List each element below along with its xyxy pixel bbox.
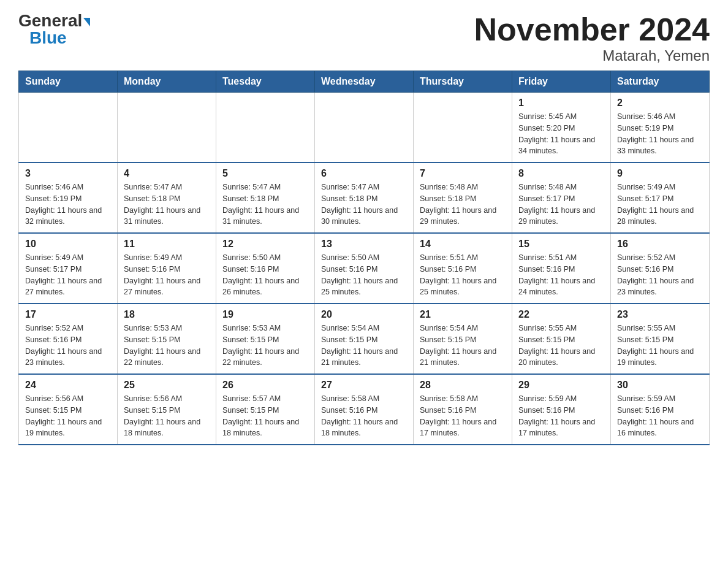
table-row: 2Sunrise: 5:46 AMSunset: 5:19 PMDaylight… bbox=[611, 93, 710, 163]
day-number: 7 bbox=[420, 168, 506, 179]
table-row: 15Sunrise: 5:51 AMSunset: 5:16 PMDayligh… bbox=[512, 233, 611, 304]
day-info: Sunrise: 5:45 AMSunset: 5:20 PMDaylight:… bbox=[518, 111, 604, 157]
day-info: Sunrise: 5:59 AMSunset: 5:16 PMDaylight:… bbox=[617, 393, 703, 439]
day-number: 1 bbox=[518, 98, 604, 109]
day-info: Sunrise: 5:46 AMSunset: 5:19 PMDaylight:… bbox=[617, 111, 703, 157]
header-monday: Monday bbox=[118, 71, 216, 93]
day-info: Sunrise: 5:50 AMSunset: 5:16 PMDaylight:… bbox=[321, 252, 407, 298]
table-row: 11Sunrise: 5:49 AMSunset: 5:16 PMDayligh… bbox=[118, 233, 216, 304]
table-row: 1Sunrise: 5:45 AMSunset: 5:20 PMDaylight… bbox=[512, 93, 611, 163]
table-row: 14Sunrise: 5:51 AMSunset: 5:16 PMDayligh… bbox=[414, 233, 512, 304]
table-row: 10Sunrise: 5:49 AMSunset: 5:17 PMDayligh… bbox=[19, 233, 118, 304]
day-info: Sunrise: 5:48 AMSunset: 5:18 PMDaylight:… bbox=[420, 182, 506, 228]
day-number: 14 bbox=[420, 239, 506, 250]
calendar-week-row: 1Sunrise: 5:45 AMSunset: 5:20 PMDaylight… bbox=[19, 93, 710, 163]
table-row bbox=[315, 93, 414, 163]
table-row bbox=[118, 93, 216, 163]
day-info: Sunrise: 5:56 AMSunset: 5:15 PMDaylight:… bbox=[124, 393, 210, 439]
day-number: 25 bbox=[124, 380, 210, 391]
page-header: General Blue November 2024 Matarah, Yeme… bbox=[18, 12, 710, 64]
day-info: Sunrise: 5:52 AMSunset: 5:16 PMDaylight:… bbox=[617, 252, 703, 298]
day-number: 26 bbox=[222, 380, 308, 391]
day-info: Sunrise: 5:53 AMSunset: 5:15 PMDaylight:… bbox=[222, 323, 308, 369]
day-number: 9 bbox=[617, 168, 703, 179]
calendar-title: November 2024 bbox=[474, 12, 710, 47]
day-info: Sunrise: 5:57 AMSunset: 5:15 PMDaylight:… bbox=[222, 393, 308, 439]
day-info: Sunrise: 5:47 AMSunset: 5:18 PMDaylight:… bbox=[321, 182, 407, 228]
calendar-week-row: 17Sunrise: 5:52 AMSunset: 5:16 PMDayligh… bbox=[19, 304, 710, 374]
day-number: 10 bbox=[25, 239, 111, 250]
table-row: 16Sunrise: 5:52 AMSunset: 5:16 PMDayligh… bbox=[611, 233, 710, 304]
table-row bbox=[216, 93, 315, 163]
table-row: 21Sunrise: 5:54 AMSunset: 5:15 PMDayligh… bbox=[414, 304, 512, 374]
day-info: Sunrise: 5:47 AMSunset: 5:18 PMDaylight:… bbox=[222, 182, 308, 228]
day-number: 3 bbox=[25, 168, 111, 179]
header-thursday: Thursday bbox=[414, 71, 512, 93]
logo: General Blue bbox=[18, 12, 90, 47]
day-number: 8 bbox=[518, 168, 604, 179]
header-saturday: Saturday bbox=[611, 71, 710, 93]
day-info: Sunrise: 5:56 AMSunset: 5:15 PMDaylight:… bbox=[25, 393, 111, 439]
day-info: Sunrise: 5:49 AMSunset: 5:17 PMDaylight:… bbox=[25, 252, 111, 298]
table-row bbox=[414, 93, 512, 163]
day-info: Sunrise: 5:47 AMSunset: 5:18 PMDaylight:… bbox=[124, 182, 210, 228]
table-row: 26Sunrise: 5:57 AMSunset: 5:15 PMDayligh… bbox=[216, 374, 315, 445]
day-info: Sunrise: 5:58 AMSunset: 5:16 PMDaylight:… bbox=[321, 393, 407, 439]
header-friday: Friday bbox=[512, 71, 611, 93]
day-number: 17 bbox=[25, 309, 111, 320]
day-info: Sunrise: 5:46 AMSunset: 5:19 PMDaylight:… bbox=[25, 182, 111, 228]
header-wednesday: Wednesday bbox=[315, 71, 414, 93]
day-number: 6 bbox=[321, 168, 407, 179]
day-info: Sunrise: 5:51 AMSunset: 5:16 PMDaylight:… bbox=[518, 252, 604, 298]
day-number: 19 bbox=[222, 309, 308, 320]
table-row: 23Sunrise: 5:55 AMSunset: 5:15 PMDayligh… bbox=[611, 304, 710, 374]
day-number: 28 bbox=[420, 380, 506, 391]
day-number: 29 bbox=[518, 380, 604, 391]
day-info: Sunrise: 5:53 AMSunset: 5:15 PMDaylight:… bbox=[124, 323, 210, 369]
table-row: 17Sunrise: 5:52 AMSunset: 5:16 PMDayligh… bbox=[19, 304, 118, 374]
calendar-table: Sunday Monday Tuesday Wednesday Thursday… bbox=[18, 71, 710, 445]
day-number: 16 bbox=[617, 239, 703, 250]
day-number: 20 bbox=[321, 309, 407, 320]
table-row bbox=[19, 93, 118, 163]
day-info: Sunrise: 5:55 AMSunset: 5:15 PMDaylight:… bbox=[617, 323, 703, 369]
table-row: 3Sunrise: 5:46 AMSunset: 5:19 PMDaylight… bbox=[19, 163, 118, 233]
table-row: 8Sunrise: 5:48 AMSunset: 5:17 PMDaylight… bbox=[512, 163, 611, 233]
day-number: 12 bbox=[222, 239, 308, 250]
table-row: 19Sunrise: 5:53 AMSunset: 5:15 PMDayligh… bbox=[216, 304, 315, 374]
calendar-week-row: 10Sunrise: 5:49 AMSunset: 5:17 PMDayligh… bbox=[19, 233, 710, 304]
day-number: 27 bbox=[321, 380, 407, 391]
weekday-header-row: Sunday Monday Tuesday Wednesday Thursday… bbox=[19, 71, 710, 93]
table-row: 22Sunrise: 5:55 AMSunset: 5:15 PMDayligh… bbox=[512, 304, 611, 374]
day-info: Sunrise: 5:49 AMSunset: 5:16 PMDaylight:… bbox=[124, 252, 210, 298]
logo-general-text: General bbox=[18, 12, 82, 29]
table-row: 30Sunrise: 5:59 AMSunset: 5:16 PMDayligh… bbox=[611, 374, 710, 445]
day-number: 13 bbox=[321, 239, 407, 250]
table-row: 9Sunrise: 5:49 AMSunset: 5:17 PMDaylight… bbox=[611, 163, 710, 233]
day-info: Sunrise: 5:54 AMSunset: 5:15 PMDaylight:… bbox=[420, 323, 506, 369]
table-row: 20Sunrise: 5:54 AMSunset: 5:15 PMDayligh… bbox=[315, 304, 414, 374]
calendar-week-row: 24Sunrise: 5:56 AMSunset: 5:15 PMDayligh… bbox=[19, 374, 710, 445]
table-row: 6Sunrise: 5:47 AMSunset: 5:18 PMDaylight… bbox=[315, 163, 414, 233]
day-info: Sunrise: 5:54 AMSunset: 5:15 PMDaylight:… bbox=[321, 323, 407, 369]
day-number: 21 bbox=[420, 309, 506, 320]
table-row: 27Sunrise: 5:58 AMSunset: 5:16 PMDayligh… bbox=[315, 374, 414, 445]
day-number: 15 bbox=[518, 239, 604, 250]
day-number: 24 bbox=[25, 380, 111, 391]
day-info: Sunrise: 5:52 AMSunset: 5:16 PMDaylight:… bbox=[25, 323, 111, 369]
table-row: 5Sunrise: 5:47 AMSunset: 5:18 PMDaylight… bbox=[216, 163, 315, 233]
table-row: 18Sunrise: 5:53 AMSunset: 5:15 PMDayligh… bbox=[118, 304, 216, 374]
day-number: 5 bbox=[222, 168, 308, 179]
day-number: 11 bbox=[124, 239, 210, 250]
header-tuesday: Tuesday bbox=[216, 71, 315, 93]
day-info: Sunrise: 5:50 AMSunset: 5:16 PMDaylight:… bbox=[222, 252, 308, 298]
table-row: 29Sunrise: 5:59 AMSunset: 5:16 PMDayligh… bbox=[512, 374, 611, 445]
table-row: 13Sunrise: 5:50 AMSunset: 5:16 PMDayligh… bbox=[315, 233, 414, 304]
day-info: Sunrise: 5:55 AMSunset: 5:15 PMDaylight:… bbox=[518, 323, 604, 369]
day-info: Sunrise: 5:48 AMSunset: 5:17 PMDaylight:… bbox=[518, 182, 604, 228]
calendar-subtitle: Matarah, Yemen bbox=[474, 47, 710, 64]
day-number: 23 bbox=[617, 309, 703, 320]
table-row: 24Sunrise: 5:56 AMSunset: 5:15 PMDayligh… bbox=[19, 374, 118, 445]
logo-triangle-icon bbox=[83, 18, 90, 26]
day-info: Sunrise: 5:51 AMSunset: 5:16 PMDaylight:… bbox=[420, 252, 506, 298]
